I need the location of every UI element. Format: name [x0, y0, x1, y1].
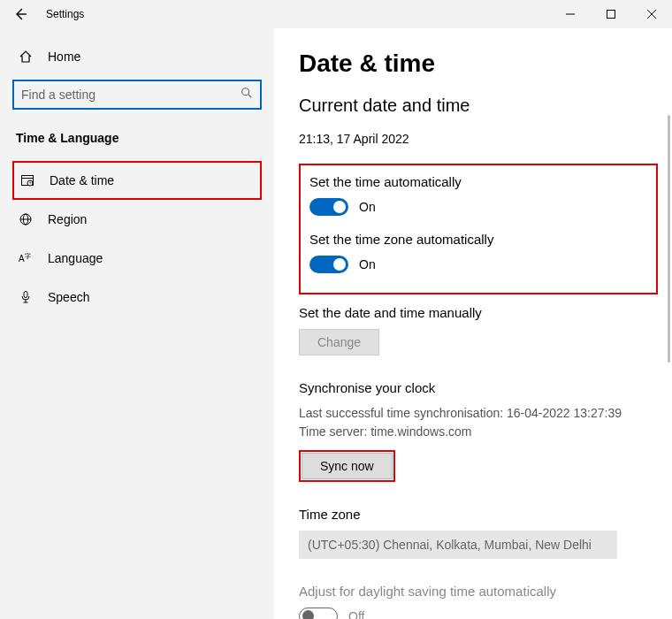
set-manual-label: Set the date and time manually	[299, 305, 658, 320]
set-time-auto-toggle[interactable]	[309, 198, 348, 216]
sidebar-item-region[interactable]: Region	[12, 200, 262, 239]
back-button[interactable]	[0, 0, 41, 28]
sidebar-item-label: Speech	[48, 290, 89, 304]
sync-last-text: Last successful time synchronisation: 16…	[299, 404, 658, 423]
section-current-heading: Current date and time	[299, 96, 658, 116]
svg-line-5	[248, 95, 252, 98]
calendar-clock-icon	[19, 173, 35, 187]
sync-button-highlight: Sync now	[299, 450, 395, 482]
nav-home[interactable]: Home	[12, 37, 262, 76]
sidebar-item-label: Date & time	[50, 173, 114, 187]
minimize-icon	[566, 10, 575, 19]
close-button[interactable]	[631, 0, 672, 28]
page-title: Date & time	[299, 50, 658, 78]
set-time-auto-label: Set the time automatically	[309, 174, 647, 189]
svg-point-4	[242, 88, 249, 96]
microphone-icon	[18, 290, 34, 304]
sync-server-text: Time server: time.windows.com	[299, 423, 658, 441]
set-tz-auto-toggle[interactable]	[309, 256, 348, 273]
timezone-select[interactable]: (UTC+05:30) Chennai, Kolkata, Mumbai, Ne…	[299, 531, 617, 559]
scrollbar[interactable]	[668, 115, 670, 363]
sidebar-item-date-time[interactable]: Date & time	[12, 161, 262, 200]
language-icon: A字	[18, 251, 34, 265]
search-input[interactable]	[21, 88, 241, 102]
sync-now-button[interactable]: Sync now	[302, 453, 393, 479]
set-time-auto-state: On	[359, 200, 376, 214]
dst-label: Adjust for daylight saving time automati…	[299, 584, 658, 599]
change-button[interactable]: Change	[299, 329, 379, 355]
sidebar-item-speech[interactable]: Speech	[12, 278, 262, 317]
dst-state: Off	[348, 609, 364, 619]
globe-icon	[18, 212, 34, 226]
auto-settings-highlight: Set the time automatically On Set the ti…	[299, 164, 658, 294]
sidebar-category-title: Time & Language	[12, 131, 262, 145]
window-title: Settings	[46, 8, 84, 20]
dst-toggle[interactable]	[299, 608, 338, 619]
set-tz-auto-label: Set the time zone automatically	[309, 232, 647, 247]
search-icon	[241, 87, 253, 103]
svg-text:字: 字	[25, 253, 31, 259]
close-icon	[647, 10, 656, 19]
maximize-icon	[607, 10, 615, 19]
tz-heading: Time zone	[299, 507, 658, 522]
svg-rect-14	[24, 292, 27, 298]
set-tz-auto-state: On	[359, 257, 376, 271]
home-icon	[18, 50, 34, 64]
maximize-button[interactable]	[591, 0, 631, 28]
content-area: Date & time Current date and time 21:13,…	[274, 28, 672, 619]
svg-text:A: A	[19, 254, 25, 264]
svg-rect-1	[607, 11, 615, 19]
window-controls	[550, 0, 672, 28]
minimize-button[interactable]	[550, 0, 591, 28]
search-input-container[interactable]	[12, 80, 262, 110]
arrow-left-icon	[13, 7, 27, 21]
titlebar: Settings	[0, 0, 672, 28]
sidebar-item-label: Region	[48, 212, 87, 226]
sidebar-item-label: Language	[48, 251, 103, 265]
sidebar: Home Time & Language Date & time Region …	[0, 28, 274, 619]
sync-heading: Synchronise your clock	[299, 380, 658, 395]
current-datetime: 21:13, 17 April 2022	[299, 132, 658, 146]
sidebar-item-language[interactable]: A字 Language	[12, 239, 262, 278]
nav-home-label: Home	[48, 50, 80, 64]
